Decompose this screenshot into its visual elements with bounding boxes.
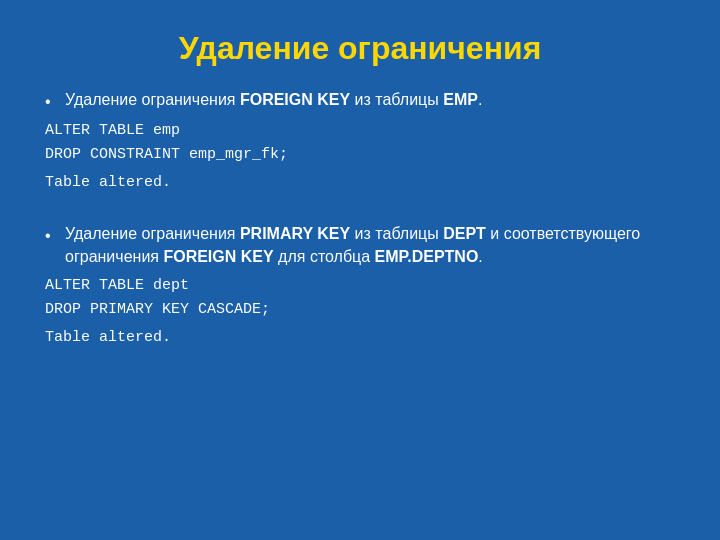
code-block-2: ALTER TABLE dept DROP PRIMARY KEY CASCAD… (45, 274, 675, 322)
code-line-1-2: DROP CONSTRAINT emp_mgr_fk; (45, 143, 675, 167)
code-line-2-1: ALTER TABLE dept (45, 274, 675, 298)
bullet-dot-2: • (45, 225, 65, 247)
page-title: Удаление ограничения (45, 30, 675, 67)
slide: Удаление ограничения • Удаление ограниче… (0, 0, 720, 540)
bullet-item-2: • Удаление ограничения PRIMARY KEY из та… (45, 223, 675, 268)
code-block-1: ALTER TABLE emp DROP CONSTRAINT emp_mgr_… (45, 119, 675, 167)
section-1: • Удаление ограничения FOREIGN KEY из та… (45, 89, 675, 205)
code-line-2-2: DROP PRIMARY KEY CASCADE; (45, 298, 675, 322)
bullet-dot-1: • (45, 91, 65, 113)
table-altered-1: Table altered. (45, 171, 675, 195)
bullet-item-1: • Удаление ограничения FOREIGN KEY из та… (45, 89, 675, 113)
code-line-1-1: ALTER TABLE emp (45, 119, 675, 143)
section-2: • Удаление ограничения PRIMARY KEY из та… (45, 223, 675, 360)
result-line-1: Table altered. (45, 174, 171, 191)
result-line-2: Table altered. (45, 329, 171, 346)
bullet-text-2: Удаление ограничения PRIMARY KEY из табл… (65, 223, 675, 268)
bullet-text-1: Удаление ограничения FOREIGN KEY из табл… (65, 89, 675, 111)
table-altered-2: Table altered. (45, 326, 675, 350)
